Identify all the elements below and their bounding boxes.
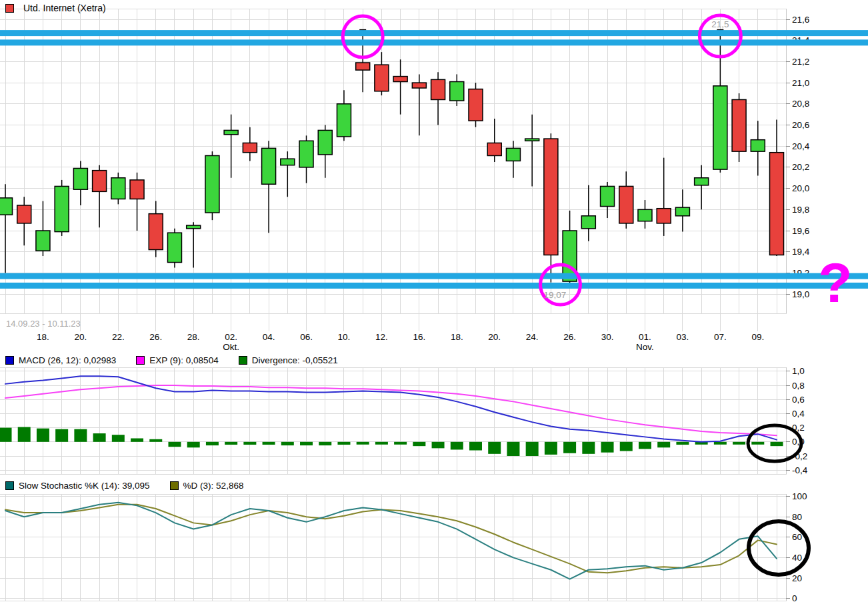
y-axis-tick-label: 20,6 [792,120,809,130]
candle-body [601,186,615,206]
candle-body [337,104,351,137]
y-axis-tick-label: -0,4 [792,465,808,475]
stoch-k-legend-item: Slow Stochastic %K (14): 39,095 [5,481,150,491]
stoch-k-swatch-icon [5,481,14,490]
x-axis-tick-label: 20. [488,332,501,342]
divergence-bar [601,442,614,453]
candle-body [544,139,558,255]
x-axis-tick-label: 20. [74,332,87,342]
y-axis-tick-label: 19,8 [792,205,809,215]
y-axis-tick-label: 0 [792,593,797,603]
x-axis-tick-label: 02. [225,332,237,342]
candle-body [55,186,69,231]
y-axis-tick-label: 1,0 [792,366,805,376]
grid-lines [0,9,790,601]
candle-body [187,225,201,229]
candle-body [638,209,652,221]
y-axis-tick-label: 40 [792,553,802,563]
x-axis-tick-label: 09. [751,332,764,342]
divergence-bar [112,435,125,442]
candle-body [375,65,389,91]
divergence-bar [545,442,557,455]
candle-body [675,207,689,216]
divergence-bar [281,442,294,445]
macd-panel [0,376,783,456]
support-resistance-band [0,283,868,289]
candle-body [525,139,539,141]
macd-legend: MACD (26, 12): 0,02983 EXP (9): 0,08504 … [5,355,358,365]
candle-body [695,178,709,185]
candle-body [431,79,445,99]
y-axis-tick-label: 20,0 [792,183,809,193]
y-axis-tick-label: 21,2 [792,57,809,67]
support-resistance-band [0,30,868,36]
divergence-bar [0,428,12,442]
divergence-bar [55,429,68,442]
x-axis-tick-label: 06. [300,332,313,342]
candle-body [93,171,107,192]
candle-body [770,153,784,255]
candle-body [412,83,426,88]
question-mark-annotation: ? [818,251,852,314]
y-axis-tick-label: 0,6 [792,395,805,405]
divergence-bar [149,439,162,442]
y-axis-tick-label: 20 [792,573,802,583]
stoch-d-line [5,505,777,573]
divergence-bar [93,433,106,442]
price-chart-svg: 21,621,421,221,020,820,620,420,220,019,8… [0,0,868,616]
x-axis-labels: 18.20.22.26.28.02.Okt.04.06.10.12.16.18.… [37,332,764,352]
divergence-bar [469,442,482,451]
divergence-bar [451,442,463,450]
chart-title-label: Utd. Internet (Xetra) [23,3,106,13]
x-axis-tick-label: 03. [677,332,689,342]
series-swatch-icon [5,4,14,13]
date-range-label: 14.09.23 - 10.11.23 [6,319,81,329]
candle-body [36,231,50,251]
candle-body [393,77,407,82]
candle-body [243,143,257,152]
candle-body [469,89,483,121]
candle-body [205,155,219,213]
level-bands [0,30,868,289]
stoch-d-legend-item: %D (3): 52,868 [170,481,244,491]
y-axis-tick-label: 21,6 [792,15,809,25]
divergence-bar [733,442,745,445]
divergence-bar [168,442,181,447]
x-axis-tick-label: 18. [451,332,463,342]
divergence-bar [263,442,275,445]
x-axis-tick-label: 28. [187,332,200,342]
divergence-bar [74,429,87,442]
x-axis-tick-label: 26. [563,332,576,342]
stochastic-legend: Slow Stochastic %K (14): 39,095 %D (3): … [5,481,263,491]
x-axis-tick-label: 30. [601,332,614,342]
divergence-bar [563,442,576,453]
candle-body [73,168,87,189]
stoch-k-legend-label: Slow Stochastic %K (14): 39,095 [19,481,150,491]
y-axis-tick-label: 19,0 [792,289,809,299]
y-axis-tick-label: 20,2 [792,162,809,172]
x-axis-tick-label: 04. [263,332,275,342]
stoch-d-swatch-icon [170,481,179,490]
divergence-bar [187,442,200,447]
x-axis-tick-label: 24. [526,332,539,342]
y-axis-tick-label: 0,8 [792,381,805,391]
candle-body [751,140,765,151]
x-axis-month-label: Nov. [636,342,654,352]
divergence-bar [225,442,237,445]
y-axis-tick-label: 19,4 [792,247,810,257]
macd-swatch-icon [5,356,14,365]
divergence-bar [206,442,219,445]
macd-legend-item: MACD (26, 12): 0,02983 [5,355,116,365]
stochastic-panel [5,503,777,579]
divergence-bar [413,442,425,446]
candle-body [130,180,144,199]
candle-body [149,214,163,250]
divergence-legend-label: Divergence: -0,05521 [252,355,338,365]
high-price-label: 21,5 [711,19,729,29]
divergence-bar [488,442,501,454]
y-axis-tick-label: 80 [792,512,802,522]
x-axis-tick-label: 18. [37,332,49,342]
y-axis-tick-label: 20,8 [792,99,809,109]
divergence-legend-item: Divergence: -0,05521 [239,355,338,365]
divergence-bar [319,442,331,445]
